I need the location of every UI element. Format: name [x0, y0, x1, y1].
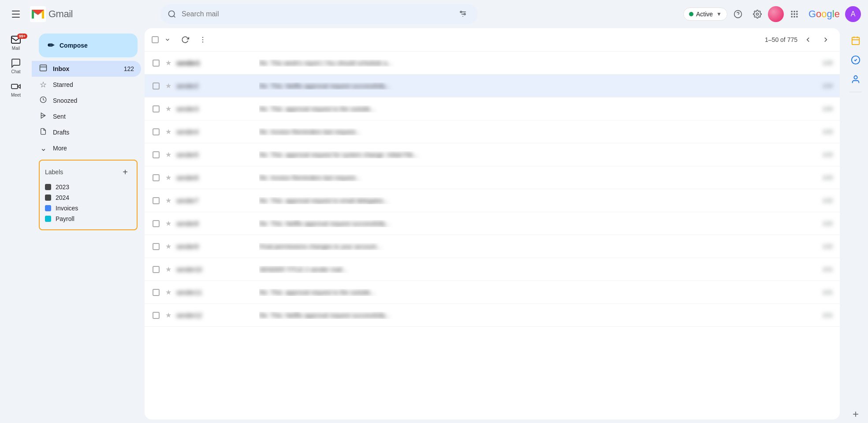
- email-row[interactable]: ★ sender2 Re: This: Netflix approval req…: [145, 75, 840, 97]
- search-bar[interactable]: [160, 4, 478, 24]
- checkbox-12[interactable]: [153, 312, 160, 319]
- email-checkbox-10[interactable]: [152, 266, 160, 273]
- star-button-5[interactable]: ★: [164, 150, 173, 159]
- search-icon: [168, 10, 176, 19]
- email-row[interactable]: ★ sender1 Re: This week's report | You s…: [145, 52, 840, 75]
- email-checkbox-3[interactable]: [152, 105, 160, 112]
- email-content-9: Final permissions changes to your accoun…: [259, 243, 819, 250]
- label-item-invoices[interactable]: Invoices: [45, 203, 131, 213]
- checkbox-7[interactable]: [153, 197, 160, 204]
- sidebar-item-inbox[interactable]: Inbox 122: [32, 61, 141, 77]
- email-checkbox-7[interactable]: [152, 197, 160, 204]
- star-button-11[interactable]: ★: [164, 288, 173, 296]
- checkbox-2[interactable]: [153, 82, 160, 90]
- tasks-app-button[interactable]: [847, 51, 864, 69]
- calendar-app-button[interactable]: [847, 32, 864, 49]
- email-row[interactable]: ★ sender8 Re: This: Netflix approval req…: [145, 212, 840, 235]
- more-options-button[interactable]: [195, 32, 211, 48]
- sidebar-item-meet[interactable]: Meet: [3, 79, 29, 100]
- label-item-2024[interactable]: 2024: [45, 192, 131, 203]
- star-button-3[interactable]: ★: [164, 105, 173, 113]
- compose-button[interactable]: ✏ Compose: [39, 34, 138, 57]
- email-checkbox-4[interactable]: [152, 128, 160, 135]
- star-button-8[interactable]: ★: [164, 219, 173, 228]
- sidebar-item-starred[interactable]: ☆ Starred: [32, 77, 141, 93]
- email-row[interactable]: ★ sender9 Final permissions changes to y…: [145, 235, 840, 258]
- sidebar-item-drafts[interactable]: Drafts: [32, 124, 141, 140]
- sidebar-item-more[interactable]: ⌄ More: [32, 140, 141, 156]
- sidebar-item-mail[interactable]: 99+ Mail: [3, 32, 29, 53]
- email-checkbox-6[interactable]: [152, 174, 160, 181]
- label-item-payroll[interactable]: Payroll: [45, 213, 131, 224]
- star-button-10[interactable]: ★: [164, 265, 173, 273]
- draft-icon: [39, 128, 48, 137]
- email-checkbox-2[interactable]: [152, 82, 160, 90]
- email-row[interactable]: ★ sender7 Re: This: approval request to …: [145, 189, 840, 212]
- email-checkbox-12[interactable]: [152, 312, 160, 319]
- checkbox-6[interactable]: [153, 174, 160, 181]
- status-badge[interactable]: Active ▼: [683, 7, 727, 21]
- email-time-7: 1/22: [823, 198, 833, 204]
- sidebar-item-sent[interactable]: Sent: [32, 109, 141, 124]
- star-button-1[interactable]: ★: [164, 59, 173, 67]
- mail-nav-label: Mail: [12, 46, 20, 51]
- email-checkbox-1[interactable]: [152, 60, 160, 67]
- checkbox-10[interactable]: [153, 266, 160, 273]
- email-time-6: 1/23: [823, 175, 833, 181]
- search-filter-button[interactable]: [455, 6, 471, 22]
- checkbox-3[interactable]: [153, 105, 160, 112]
- refresh-button[interactable]: [177, 32, 193, 48]
- email-checkbox-8[interactable]: [152, 220, 160, 227]
- email-row[interactable]: ★ sender12 Re: This: Netflix approval re…: [145, 304, 840, 327]
- label-item-2023[interactable]: 2023: [45, 182, 131, 192]
- email-checkbox-5[interactable]: [152, 151, 160, 158]
- checkbox-9[interactable]: [153, 243, 160, 250]
- star-button-9[interactable]: ★: [164, 242, 173, 251]
- sidebar-item-snoozed[interactable]: Snoozed: [32, 93, 141, 109]
- email-row[interactable]: ★ sender6 Re: Invoice Reminders last req…: [145, 166, 840, 189]
- email-sender-7: sender7: [176, 197, 256, 204]
- email-row[interactable]: ★ sender10 SENDER TITLE 2 sender mail...…: [145, 258, 840, 281]
- email-row[interactable]: ★ sender5 Re: This: approval request for…: [145, 143, 840, 166]
- left-icon-nav: 99+ Mail Chat Meet: [0, 28, 32, 423]
- add-app-button[interactable]: [847, 405, 864, 423]
- sidebar-item-chat[interactable]: Chat: [3, 55, 29, 77]
- star-button-12[interactable]: ★: [164, 311, 173, 319]
- svg-rect-16: [793, 13, 795, 15]
- checkbox-4[interactable]: [153, 128, 160, 135]
- email-content-8: Re: This: Netflix approval request succe…: [259, 220, 819, 227]
- google-apps-button[interactable]: [786, 5, 803, 23]
- starred-label: Starred: [53, 81, 134, 88]
- status-dot: [689, 12, 693, 16]
- contacts-app-button[interactable]: [847, 71, 864, 88]
- checkbox-1[interactable]: [153, 60, 160, 67]
- email-row[interactable]: ★ sender4 Re: Invoice Reminders last req…: [145, 120, 840, 143]
- user-avatar[interactable]: A: [845, 6, 861, 22]
- next-page-button[interactable]: [819, 33, 833, 47]
- star-button-2[interactable]: ★: [164, 82, 173, 90]
- email-checkbox-11[interactable]: [152, 289, 160, 296]
- add-label-button[interactable]: +: [119, 166, 131, 178]
- hamburger-menu-button[interactable]: [7, 5, 25, 23]
- email-row[interactable]: ★ sender11 Re: This: approval request to…: [145, 281, 840, 304]
- help-button[interactable]: [729, 5, 747, 23]
- star-button-4[interactable]: ★: [164, 127, 173, 136]
- star-button-6[interactable]: ★: [164, 173, 173, 182]
- gmail-logo[interactable]: Gmail: [30, 6, 73, 22]
- email-checkbox-9[interactable]: [152, 243, 160, 250]
- notification-avatar[interactable]: [768, 6, 784, 22]
- settings-button[interactable]: [749, 5, 766, 23]
- sent-label: Sent: [53, 113, 134, 120]
- email-row[interactable]: ★ sender3 Re: This: approval request to …: [145, 97, 840, 120]
- checkbox-11[interactable]: [153, 289, 160, 296]
- star-button-7[interactable]: ★: [164, 196, 173, 205]
- select-dropdown-button[interactable]: [160, 32, 175, 48]
- select-all-checkbox[interactable]: [152, 36, 159, 43]
- checkbox-5[interactable]: [153, 151, 160, 158]
- search-input[interactable]: [182, 10, 450, 18]
- prev-page-button[interactable]: [801, 33, 815, 47]
- star-icon: ☆: [39, 80, 48, 90]
- svg-point-27: [202, 37, 203, 38]
- checkbox-8[interactable]: [153, 220, 160, 227]
- calendar-icon: [851, 36, 861, 45]
